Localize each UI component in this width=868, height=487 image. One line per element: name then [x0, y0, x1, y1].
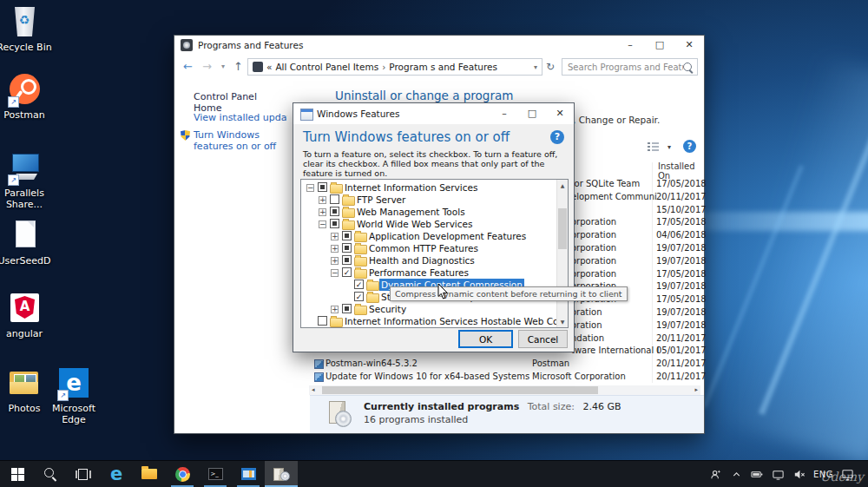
minimize-button[interactable]: – [615, 36, 645, 55]
tree-item[interactable]: +Application Development Features [301, 230, 556, 242]
sidebar-control-panel-home[interactable]: Control Panel Home [194, 91, 287, 114]
search-input[interactable]: Search Programs and Features [562, 58, 698, 76]
program-publisher: oration [571, 306, 602, 319]
up-button[interactable]: ↑ [233, 55, 243, 79]
expand-plus-icon[interactable]: + [319, 196, 326, 204]
scroll-left-icon[interactable]: ◂ [312, 385, 315, 395]
change-view-icon[interactable] [648, 142, 660, 153]
taskbar-button-start[interactable] [1, 461, 34, 487]
checkbox-checked[interactable]: ✓ [354, 280, 364, 289]
tree-item-label: Internet Information Services Hostable W… [343, 315, 569, 327]
checkbox-partial[interactable] [330, 207, 339, 216]
dialog-maximize-button[interactable]: □ [518, 103, 546, 124]
folder-icon [366, 281, 379, 291]
angular-icon: A [7, 292, 42, 326]
sidebar-view-installed-updates[interactable]: View installed updates [194, 112, 301, 123]
cancel-button[interactable]: Cancel [518, 330, 568, 348]
tree-item[interactable]: −World Wide Web Services [301, 218, 556, 230]
expand-plus-icon[interactable]: + [331, 257, 339, 265]
desktop-icon-recycle-bin[interactable]: ♻Recycle Bin [0, 5, 57, 53]
desktop-icon-angular[interactable]: Aangular [0, 292, 57, 339]
checkbox-checked[interactable]: ✓ [342, 267, 352, 277]
taskbar-button-microsoft-edge[interactable]: e [100, 461, 133, 487]
angular-label: angular [0, 328, 57, 339]
command-prompt-icon: >_ [208, 468, 223, 480]
taskbar-button-chrome[interactable] [166, 461, 199, 487]
checkbox-partial[interactable] [330, 219, 339, 228]
desktop-icon-userseedd[interactable]: UserSeedD [0, 219, 57, 267]
checkbox-empty[interactable] [330, 194, 339, 204]
people-icon[interactable] [710, 468, 723, 481]
maximize-button[interactable]: □ [645, 36, 674, 55]
back-button[interactable]: ← [183, 55, 193, 79]
program-row[interactable]: Postman-win64-5.3.2Postman20/11/2017 [312, 358, 700, 370]
taskbar-button-command-prompt[interactable]: >_ [199, 461, 232, 487]
tree-scrollbar-thumb[interactable] [558, 208, 567, 249]
tree-item[interactable]: +Security [301, 303, 556, 315]
checkbox-empty[interactable] [318, 316, 327, 326]
help-icon[interactable]: ? [683, 140, 696, 153]
taskbar-button-task-view[interactable] [67, 461, 100, 487]
chevron-up-icon[interactable] [731, 469, 742, 480]
program-row[interactable]: Update for Windows 10 for x64-based Syst… [312, 371, 700, 383]
taskbar-button-parallels[interactable] [232, 461, 265, 487]
windows-features-icon [300, 109, 313, 121]
tree-item[interactable]: −✓Performance Features [301, 267, 556, 279]
checkbox-partial[interactable] [342, 255, 352, 265]
scroll-up-icon[interactable]: ▲ [557, 182, 568, 188]
address-bar[interactable]: « All Control Panel Items › Program s an… [247, 58, 542, 76]
dialog-titlebar[interactable]: Windows Features – □ ✕ [293, 103, 574, 124]
tree-item[interactable]: −Internet Information Services [301, 181, 556, 194]
view-dropdown-icon[interactable]: ▾ [667, 143, 671, 151]
desktop-icon-parallels-share[interactable]: ↗Parallels Share... [0, 151, 57, 210]
taskbar-button-programs-and-features[interactable] [265, 461, 298, 487]
expand-plus-icon[interactable]: + [331, 306, 339, 313]
ok-button[interactable]: OK [458, 330, 513, 348]
breadcrumb-item-programs-and-features[interactable]: Program s and Features [389, 62, 497, 72]
program-publisher: orporation [571, 268, 616, 280]
tree-scrollbar[interactable]: ▲ ▼ [556, 180, 568, 327]
horizontal-scrollbar-thumb[interactable] [322, 386, 598, 394]
checkbox-checked[interactable]: ✓ [354, 292, 364, 301]
desktop-icon-microsoft-edge[interactable]: e↗Microsoft Edge [41, 366, 107, 425]
taskbar-button-file-explorer[interactable] [133, 461, 166, 487]
expand-plus-icon[interactable]: + [319, 208, 326, 216]
tree-item[interactable]: +FTP Server [301, 194, 556, 206]
taskbar-button-search[interactable] [34, 461, 67, 487]
expand-minus-icon[interactable]: − [331, 269, 339, 277]
expand-minus-icon[interactable]: − [319, 220, 326, 228]
battery-icon[interactable] [750, 468, 764, 481]
program-installed-on: 20/11/2017 [656, 358, 707, 370]
dialog-help-icon[interactable]: ? [550, 130, 564, 144]
expand-plus-icon[interactable]: + [331, 245, 339, 253]
desktop-icon-postman[interactable]: ↗Postman [0, 73, 57, 121]
checkbox-partial[interactable] [342, 231, 352, 240]
display-network-icon[interactable] [772, 468, 785, 481]
program-installed-on: 19/07/2018 [656, 306, 707, 319]
checkbox-partial[interactable] [318, 182, 327, 192]
history-dropdown-icon[interactable]: ▾ [221, 55, 225, 79]
dialog-close-button[interactable]: ✕ [546, 103, 574, 124]
forward-button[interactable]: → [202, 55, 212, 79]
scroll-down-icon[interactable]: ▼ [557, 319, 568, 325]
breadcrumb-item-all-control-panel-items[interactable]: All Control Panel Items [275, 62, 378, 72]
address-dropdown-icon[interactable]: ▾ [534, 63, 537, 71]
expand-plus-icon[interactable]: + [331, 233, 339, 240]
window-titlebar[interactable]: Programs and Features – □ ✕ [174, 36, 704, 55]
volume-muted-icon[interactable] [792, 468, 806, 481]
expand-minus-icon[interactable]: − [306, 184, 314, 192]
horizontal-scrollbar[interactable]: ◂ ▸ [309, 385, 700, 395]
tree-item[interactable]: +Health and Diagnostics [301, 254, 556, 267]
tree-item-label: Internet Information Services [343, 181, 479, 194]
checkbox-partial[interactable] [342, 243, 352, 253]
refresh-icon[interactable]: ↻ [546, 55, 555, 79]
dialog-minimize-button[interactable]: – [490, 103, 518, 124]
tree-item[interactable]: +Web Management Tools [301, 206, 556, 218]
scroll-right-icon[interactable]: ▸ [694, 385, 698, 395]
close-button[interactable]: ✕ [674, 36, 704, 55]
shortcut-arrow-icon: ↗ [57, 390, 69, 401]
checkbox-partial[interactable] [342, 304, 352, 313]
sidebar-turn-windows-features[interactable]: Turn Windows features on or off [194, 129, 296, 152]
tree-item[interactable]: +Common HTTP Features [301, 242, 556, 254]
tree-item[interactable]: Internet Information Services Hostable W… [301, 315, 556, 327]
